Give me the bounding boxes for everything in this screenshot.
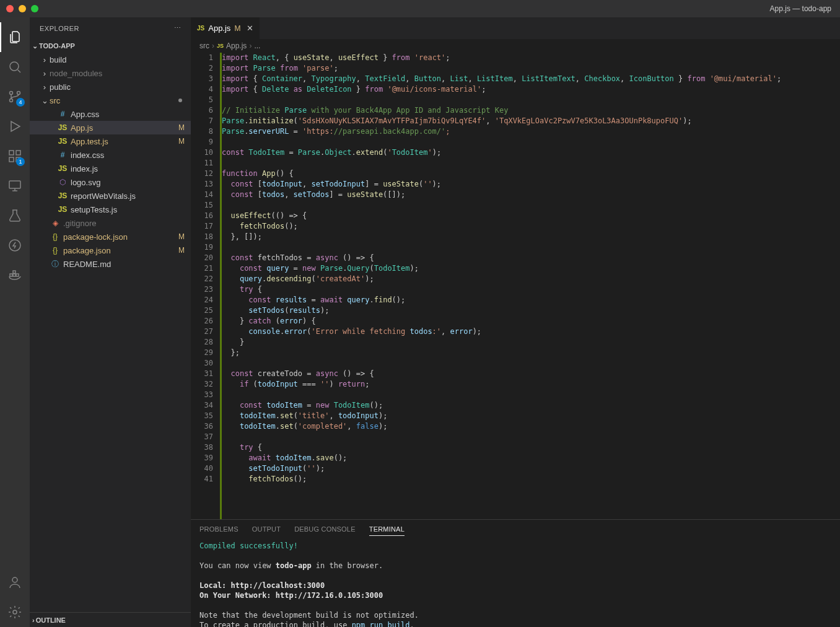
file-item[interactable]: ⬡logo.svg xyxy=(30,175,191,189)
code-line[interactable]: } catch (error) { xyxy=(222,316,840,327)
code-line[interactable]: Parse.serverURL = 'https://parseapi.back… xyxy=(222,126,840,137)
folder-item[interactable]: ›node_modules xyxy=(30,66,191,80)
breadcrumb[interactable]: src › JS App.js › ... xyxy=(191,39,840,53)
terminal-line: Compiled successfully! xyxy=(199,541,831,551)
panel-tab-terminal[interactable]: TERMINAL xyxy=(369,525,405,536)
explorer-activity[interactable] xyxy=(0,22,30,52)
bolt-activity[interactable] xyxy=(0,230,30,260)
breadcrumb-part[interactable]: src xyxy=(199,42,209,50)
bolt-icon xyxy=(7,238,22,253)
scm-activity[interactable]: 4 xyxy=(0,82,30,112)
code-line[interactable]: const todoItem = new TodoItem(); xyxy=(222,400,840,411)
code-line[interactable]: fetchTodos(); xyxy=(222,474,840,484)
code-line[interactable]: } xyxy=(222,337,840,348)
code-line[interactable]: }, []); xyxy=(222,232,840,242)
file-item[interactable]: ◈.gitignore xyxy=(30,216,191,230)
file-item[interactable]: ⓘREADME.md xyxy=(30,257,191,271)
code-line[interactable] xyxy=(222,137,840,147)
code-line[interactable]: setTodoInput(''); xyxy=(222,463,840,474)
svg-point-2 xyxy=(10,99,13,102)
folder-item[interactable]: ›public xyxy=(30,80,191,94)
code-line[interactable]: useEffect(() => { xyxy=(222,211,840,221)
code-line[interactable]: todoItem.set('completed', false); xyxy=(222,421,840,432)
docker-activity[interactable] xyxy=(0,260,30,290)
svg-rect-10 xyxy=(10,274,12,276)
code-line[interactable]: import { Container, Typography, TextFiel… xyxy=(222,74,840,84)
code-line[interactable] xyxy=(222,242,840,253)
code-line[interactable]: const createTodo = async () => { xyxy=(222,369,840,379)
code-line[interactable] xyxy=(222,358,840,369)
file-item[interactable]: #App.css xyxy=(30,107,191,121)
file-item[interactable]: JSApp.jsM xyxy=(30,121,191,134)
tab-app-js[interactable]: JS App.js M ✕ xyxy=(191,17,260,39)
code-line[interactable]: const TodoItem = Parse.Object.extend('To… xyxy=(222,147,840,158)
editor-tabs: JS App.js M ✕ xyxy=(191,17,840,39)
panel-tab-problems[interactable]: PROBLEMS xyxy=(199,525,238,533)
file-item[interactable]: JSreportWebVitals.js xyxy=(30,189,191,203)
panel-tab-output[interactable]: OUTPUT xyxy=(252,525,281,533)
chevron-down-icon: ⌄ xyxy=(32,42,38,50)
terminal-line: On Your Network: http://172.16.0.105:300… xyxy=(199,590,831,600)
chevron-right-icon: › xyxy=(32,616,35,624)
code-line[interactable]: // Initialize Parse with your Back4App A… xyxy=(222,105,840,116)
folder-item[interactable]: ⌄src xyxy=(30,94,191,107)
code-line[interactable] xyxy=(222,95,840,105)
code-line[interactable] xyxy=(222,390,840,400)
code-line[interactable]: const [todoInput, setTodoInput] = useSta… xyxy=(222,179,840,190)
js-icon: JS xyxy=(197,25,204,32)
beaker-icon xyxy=(7,208,22,223)
code-line[interactable]: fetchTodos(); xyxy=(222,221,840,232)
code-line[interactable]: import React, { useState, useEffect } fr… xyxy=(222,53,840,63)
file-item[interactable]: {}package-lock.jsonM xyxy=(30,230,191,243)
terminal-output[interactable]: Compiled successfully! You can now view … xyxy=(191,538,840,627)
code-line[interactable]: function App() { xyxy=(222,169,840,179)
code-line[interactable]: console.error('Error while fetching todo… xyxy=(222,327,840,337)
code-line[interactable]: if (todoInput === '') return; xyxy=(222,379,840,390)
remote-activity[interactable] xyxy=(0,171,30,201)
file-item[interactable]: JSApp.test.jsM xyxy=(30,134,191,148)
code-line[interactable]: query.descending('createdAt'); xyxy=(222,274,840,284)
code-line[interactable]: todoItem.set('title', todoInput); xyxy=(222,411,840,421)
code-line[interactable]: await todoItem.save(); xyxy=(222,453,840,463)
run-activity[interactable] xyxy=(0,112,30,141)
code-line[interactable]: try { xyxy=(222,442,840,453)
folder-item[interactable]: ›build xyxy=(30,53,191,66)
account-activity[interactable] xyxy=(0,568,30,597)
testing-activity[interactable] xyxy=(0,201,30,230)
file-item[interactable]: JSsetupTests.js xyxy=(30,203,191,216)
tree-item-label: index.js xyxy=(71,164,185,173)
code-line[interactable]: Parse.initialize('SdsHXoNUyKLSKIAX7mAvYT… xyxy=(222,116,840,126)
workspace-folder-header[interactable]: ⌄ TODO-APP xyxy=(30,39,191,53)
code-line[interactable] xyxy=(222,158,840,169)
settings-activity[interactable] xyxy=(0,597,30,627)
code-line[interactable] xyxy=(222,200,840,211)
outline-section[interactable]: › OUTLINE xyxy=(30,612,191,627)
code-line[interactable]: }; xyxy=(222,348,840,358)
code-editor[interactable]: 1234567891011121314151617181920212223242… xyxy=(191,53,840,519)
code-line[interactable]: const [todos, setTodos] = useState([]); xyxy=(222,190,840,200)
code-line[interactable] xyxy=(222,432,840,442)
code-body[interactable]: import React, { useState, useEffect } fr… xyxy=(222,53,840,519)
breadcrumb-part[interactable]: App.js xyxy=(226,42,247,50)
file-item[interactable]: #index.css xyxy=(30,148,191,162)
git-status-badge: M xyxy=(178,137,185,146)
extensions-activity[interactable]: 1 xyxy=(0,141,30,171)
file-item[interactable]: JSindex.js xyxy=(30,162,191,175)
code-line[interactable]: import { Delete as DeleteIcon } from '@m… xyxy=(222,84,840,95)
code-line[interactable]: const query = new Parse.Query(TodoItem); xyxy=(222,263,840,274)
code-line[interactable]: const results = await query.find(); xyxy=(222,295,840,305)
code-line[interactable]: import Parse from 'parse'; xyxy=(222,63,840,74)
sidebar-more-icon[interactable]: ⋯ xyxy=(174,24,182,32)
search-activity[interactable] xyxy=(0,52,30,82)
activity-bar: 4 1 xyxy=(0,17,30,627)
tab-close-icon[interactable]: ✕ xyxy=(247,24,253,33)
chevron-right-icon: › xyxy=(40,69,50,78)
code-line[interactable]: const fetchTodos = async () => { xyxy=(222,253,840,263)
breadcrumb-part[interactable]: ... xyxy=(254,42,260,50)
file-item[interactable]: {}package.jsonM xyxy=(30,243,191,257)
code-line[interactable]: setTodos(results); xyxy=(222,305,840,316)
tree-item-label: package.json xyxy=(63,246,176,255)
tab-label: App.js xyxy=(208,24,230,33)
panel-tab-debug-console[interactable]: DEBUG CONSOLE xyxy=(294,525,356,533)
code-line[interactable]: try { xyxy=(222,284,840,295)
